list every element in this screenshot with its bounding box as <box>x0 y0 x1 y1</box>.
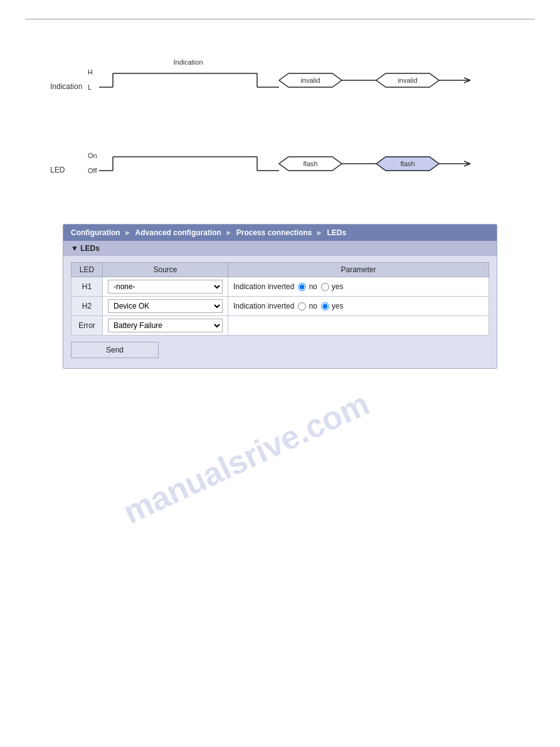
col-led: LED <box>71 263 103 277</box>
svg-text:invalid: invalid <box>398 77 417 84</box>
svg-text:On: On <box>88 152 97 159</box>
table-row: H2 -none- Device OK Battery Failure Indi… <box>71 297 489 316</box>
indication-top-label: Indication <box>173 58 203 66</box>
source-h1-cell: -none- Device OK Battery Failure <box>103 277 228 297</box>
radio-h1-yes[interactable] <box>321 283 329 291</box>
param-h1-group: Indication inverted no yes <box>233 282 483 291</box>
indication-svg: H L Indication invalid <box>88 57 510 115</box>
indication-label: Indication <box>50 82 88 91</box>
svg-text:flash: flash <box>400 160 415 167</box>
led-h1: H1 <box>71 277 103 297</box>
section-header: ▼ LEDs <box>63 241 497 256</box>
param-h2-group: Indication inverted no yes <box>233 302 483 310</box>
source-error-select[interactable]: -none- Device OK Battery Failure <box>108 319 223 332</box>
led-diagram-row: LED On Off flash <box>50 140 510 199</box>
param-h2-cell: Indication inverted no yes <box>228 297 489 316</box>
breadcrumb-advanced: Advanced configuration <box>135 228 221 237</box>
radio-h2-no-group: no <box>298 302 317 310</box>
radio-h2-yes-group: yes <box>321 302 344 310</box>
h-label: H <box>88 68 93 76</box>
source-h2-cell: -none- Device OK Battery Failure <box>103 297 228 316</box>
breadcrumb-process: Process connections <box>236 228 312 237</box>
top-rule <box>25 19 535 19</box>
section-body: LED Source Parameter H1 -none- Device OK… <box>63 256 497 368</box>
radio-h1-yes-group: yes <box>321 282 344 291</box>
param-h1-cell: Indication inverted no yes <box>228 277 489 297</box>
watermark: manualsrive.com <box>117 384 374 531</box>
source-h2-select[interactable]: -none- Device OK Battery Failure <box>108 299 223 313</box>
svg-text:invalid: invalid <box>300 77 320 84</box>
param-h1-label: Indication inverted <box>233 282 294 291</box>
send-button[interactable]: Send <box>71 342 159 358</box>
source-h1-select[interactable]: -none- Device OK Battery Failure <box>108 280 223 294</box>
table-header-row: LED Source Parameter <box>71 263 489 277</box>
param-h2-label: Indication inverted <box>233 302 294 310</box>
radio-h2-yes[interactable] <box>321 302 329 310</box>
diagram-area: Indication H L Indication <box>50 57 510 199</box>
param-error-cell <box>228 316 489 336</box>
breadcrumb-leds: LEDs <box>327 228 346 237</box>
led-label: LED <box>50 166 88 174</box>
radio-h1-no-label: no <box>309 282 317 291</box>
source-error-cell: -none- Device OK Battery Failure <box>103 316 228 336</box>
radio-h1-no-group: no <box>298 282 317 291</box>
led-error: Error <box>71 316 103 336</box>
breadcrumb: Configuration ► Advanced configuration ►… <box>63 225 497 241</box>
breadcrumb-config: Configuration <box>71 228 120 237</box>
table-row: Error -none- Device OK Battery Failure <box>71 316 489 336</box>
led-table: LED Source Parameter H1 -none- Device OK… <box>71 262 489 336</box>
radio-h1-yes-label: yes <box>332 282 344 291</box>
radio-h2-no[interactable] <box>298 302 306 310</box>
config-panel: Configuration ► Advanced configuration ►… <box>63 224 497 369</box>
led-svg: On Off flash flash <box>88 140 510 199</box>
table-row: H1 -none- Device OK Battery Failure Indi… <box>71 277 489 297</box>
radio-h2-yes-label: yes <box>332 302 344 310</box>
col-parameter: Parameter <box>228 263 489 277</box>
led-h2: H2 <box>71 297 103 316</box>
svg-text:Off: Off <box>88 167 97 174</box>
col-source: Source <box>103 263 228 277</box>
radio-h1-no[interactable] <box>298 283 306 291</box>
indication-diagram-row: Indication H L Indication <box>50 57 510 115</box>
svg-text:flash: flash <box>303 160 317 167</box>
l-label: L <box>88 83 92 91</box>
radio-h2-no-label: no <box>309 302 317 310</box>
